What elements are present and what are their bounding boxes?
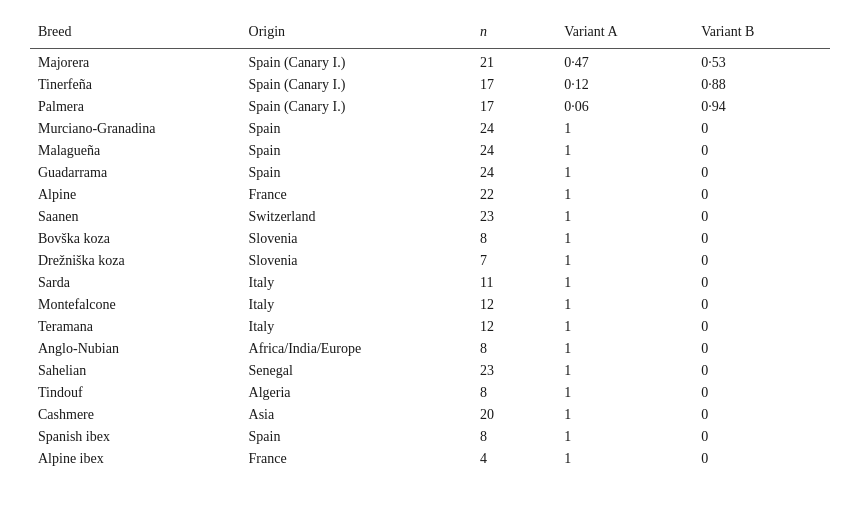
table-cell: 23 — [472, 360, 556, 382]
table-cell: Asia — [241, 404, 473, 426]
table-cell: Spain (Canary I.) — [241, 49, 473, 75]
header-breed: Breed — [30, 20, 241, 49]
table-cell: 4 — [472, 448, 556, 470]
table-cell: 0 — [693, 316, 830, 338]
table-cell: Italy — [241, 272, 473, 294]
table-cell: 0 — [693, 294, 830, 316]
table-cell: 0 — [693, 162, 830, 184]
table-cell: 1 — [556, 426, 693, 448]
table-row: MalagueñaSpain2410 — [30, 140, 830, 162]
table-cell: Slovenia — [241, 250, 473, 272]
table-cell: 1 — [556, 404, 693, 426]
table-cell: 0·88 — [693, 74, 830, 96]
table-cell: Italy — [241, 316, 473, 338]
header-variant-b: Variant B — [693, 20, 830, 49]
table-row: Alpine ibexFrance410 — [30, 448, 830, 470]
table-cell: Spain — [241, 118, 473, 140]
table-cell: Montefalcone — [30, 294, 241, 316]
table-cell: 0·53 — [693, 49, 830, 75]
table-cell: 1 — [556, 382, 693, 404]
table-cell: 0 — [693, 338, 830, 360]
table-row: Anglo-NubianAfrica/India/Europe810 — [30, 338, 830, 360]
table-cell: 1 — [556, 360, 693, 382]
table-cell: 0 — [693, 184, 830, 206]
table-cell: 12 — [472, 294, 556, 316]
table-cell: 11 — [472, 272, 556, 294]
table-cell: Sahelian — [30, 360, 241, 382]
table-cell: Tinerfeña — [30, 74, 241, 96]
table-cell: Spain — [241, 140, 473, 162]
table-cell: 0 — [693, 382, 830, 404]
table-cell: Spain — [241, 162, 473, 184]
table-cell: 0 — [693, 426, 830, 448]
table-cell: 1 — [556, 250, 693, 272]
table-cell: 0 — [693, 272, 830, 294]
table-row: PalmeraSpain (Canary I.)170·060·94 — [30, 96, 830, 118]
header-n: n — [472, 20, 556, 49]
table-cell: Anglo-Nubian — [30, 338, 241, 360]
table-cell: Guadarrama — [30, 162, 241, 184]
table-cell: 8 — [472, 426, 556, 448]
table-cell: 0 — [693, 206, 830, 228]
table-cell: Sarda — [30, 272, 241, 294]
header-origin: Origin — [241, 20, 473, 49]
table-header-row: Breed Origin n Variant A Variant B — [30, 20, 830, 49]
table-cell: 0·94 — [693, 96, 830, 118]
table-cell: 0 — [693, 404, 830, 426]
table-cell: 1 — [556, 228, 693, 250]
table-cell: 24 — [472, 118, 556, 140]
table-row: Bovška kozaSlovenia810 — [30, 228, 830, 250]
table-cell: 1 — [556, 338, 693, 360]
table-cell: Algeria — [241, 382, 473, 404]
table-cell: Spanish ibex — [30, 426, 241, 448]
table-cell: 22 — [472, 184, 556, 206]
table-row: CashmereAsia2010 — [30, 404, 830, 426]
table-cell: 0 — [693, 250, 830, 272]
table-cell: Alpine ibex — [30, 448, 241, 470]
table-cell: Malagueña — [30, 140, 241, 162]
table-row: MajoreraSpain (Canary I.)210·470·53 — [30, 49, 830, 75]
table-cell: 20 — [472, 404, 556, 426]
table-cell: 8 — [472, 382, 556, 404]
table-cell: 1 — [556, 162, 693, 184]
table-cell: 0 — [693, 448, 830, 470]
table-row: Spanish ibexSpain810 — [30, 426, 830, 448]
table-cell: Cashmere — [30, 404, 241, 426]
table-row: SardaItaly1110 — [30, 272, 830, 294]
table-cell: 0 — [693, 140, 830, 162]
table-cell: 7 — [472, 250, 556, 272]
table-cell: Murciano-Granadina — [30, 118, 241, 140]
table-cell: Teramana — [30, 316, 241, 338]
table-cell: 8 — [472, 228, 556, 250]
table-cell: 17 — [472, 74, 556, 96]
table-cell: 1 — [556, 316, 693, 338]
table-cell: 21 — [472, 49, 556, 75]
table-row: AlpineFrance2210 — [30, 184, 830, 206]
table-cell: Spain — [241, 426, 473, 448]
table-cell: 8 — [472, 338, 556, 360]
table-row: SaanenSwitzerland2310 — [30, 206, 830, 228]
table-cell: Palmera — [30, 96, 241, 118]
table-cell: 24 — [472, 162, 556, 184]
table-cell: Saanen — [30, 206, 241, 228]
data-table: Breed Origin n Variant A Variant B Major… — [30, 20, 830, 470]
table-row: SahelianSenegal2310 — [30, 360, 830, 382]
table-cell: 24 — [472, 140, 556, 162]
table-cell: Senegal — [241, 360, 473, 382]
table-cell: Spain (Canary I.) — [241, 96, 473, 118]
table-cell: 1 — [556, 140, 693, 162]
table-cell: 12 — [472, 316, 556, 338]
table-row: TindoufAlgeria810 — [30, 382, 830, 404]
table-cell: Spain (Canary I.) — [241, 74, 473, 96]
table-cell: France — [241, 448, 473, 470]
table-cell: 0 — [693, 360, 830, 382]
table-cell: 0·06 — [556, 96, 693, 118]
table-cell: 0 — [693, 228, 830, 250]
table-cell: 1 — [556, 272, 693, 294]
table-cell: Slovenia — [241, 228, 473, 250]
table-cell: 1 — [556, 184, 693, 206]
table-cell: Bovška koza — [30, 228, 241, 250]
table-cell: Switzerland — [241, 206, 473, 228]
table-cell: 0 — [693, 118, 830, 140]
table-cell: 1 — [556, 118, 693, 140]
